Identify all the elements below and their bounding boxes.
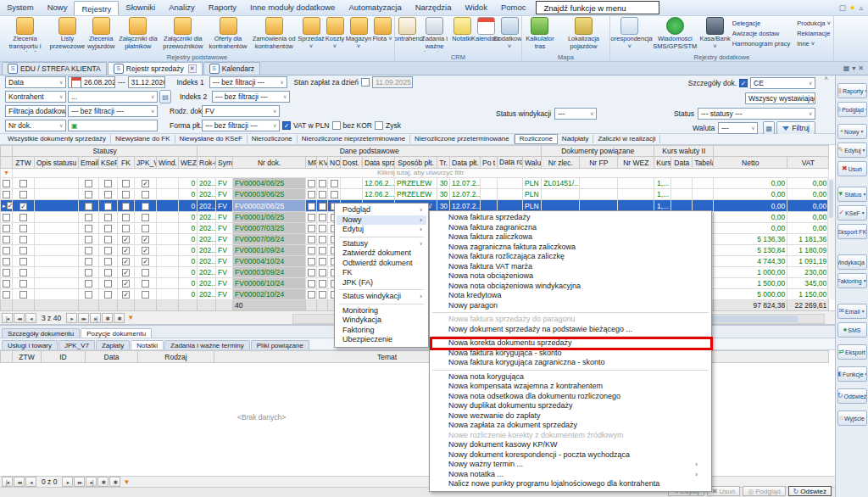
ribbon-item-załączniki-dla-przewoźników[interactable]: Załączniki dla przewoźników xyxy=(159,16,208,52)
column-chooser-button[interactable]: ▦ xyxy=(763,121,775,135)
menu-tab-automatyzacja[interactable]: Automatyzacja xyxy=(342,0,408,15)
column-header-fk[interactable]: FK xyxy=(118,157,135,169)
ribbon-item-zlecenia-wyjazdów[interactable]: Zlecenia wyjazdów xyxy=(85,16,118,52)
column-header-nr-fp[interactable]: Nr FP xyxy=(580,157,618,169)
column-header-ztw[interactable]: ZTW xyxy=(13,351,42,363)
jpk-checkbox[interactable] xyxy=(142,247,149,254)
jpk-checkbox[interactable] xyxy=(142,236,149,243)
column-header-data-płt[interactable]: Data płt. xyxy=(450,157,481,169)
column-header-vat[interactable]: VAT xyxy=(787,157,829,169)
email-checkbox[interactable] xyxy=(85,180,92,187)
menu-item-edytuj[interactable]: Edytuj› xyxy=(337,225,426,235)
prev-button[interactable]: ◂ xyxy=(25,313,36,323)
mf-checkbox[interactable] xyxy=(308,225,315,232)
collapse-ribbon-icon[interactable]: ▵ xyxy=(859,4,863,12)
column-header-data-roz[interactable]: Data roz ▴ xyxy=(498,157,523,169)
menu-item-nowa-korekta-dokumentu-sprzedaży[interactable]: Nowa korekta dokumentu sprzedaży xyxy=(430,338,711,349)
menu-tab-inne-moduły-dodatkowe[interactable]: Inne moduły dodatkowe xyxy=(243,0,342,15)
filter-tab-niewysłane-do-ksef[interactable]: Niewysłane do KSeF xyxy=(175,135,248,143)
ribbon-item-reklamacje[interactable]: Reklamacje xyxy=(797,29,831,39)
mf-checkbox[interactable] xyxy=(308,203,315,210)
menu-tab-raporty[interactable]: Raporty xyxy=(202,0,243,15)
search-menu-input[interactable]: Znajdź funkcje w menu xyxy=(536,1,659,14)
edit-record-button[interactable]: ✱ xyxy=(102,313,113,323)
filter-tab-niewysłane-do-fk[interactable]: Niewysłane do FK xyxy=(111,135,175,143)
filter-field-kontrahent-select[interactable]: Kontrahent˅ xyxy=(5,91,66,103)
row-select-checkbox[interactable] xyxy=(3,214,10,221)
menu-item-nowa-faktura-zaliczkowa[interactable]: Nowa faktura zaliczkowa xyxy=(430,232,711,243)
column-header-nob[interactable]: NOB xyxy=(328,157,341,169)
prev-button[interactable]: ◂ xyxy=(25,477,36,487)
jpk-checkbox[interactable] xyxy=(142,280,149,288)
row-select-checkbox[interactable] xyxy=(7,202,13,209)
fk-checkbox[interactable] xyxy=(122,247,130,254)
menu-item-monitoring[interactable]: Monitoring xyxy=(337,306,426,316)
table-row[interactable]: 0202...FVFV00003/06/2512.06.2...PRZELEW3… xyxy=(1,189,829,200)
filter-tab-rozliczone[interactable]: Rozliczone xyxy=(515,134,558,144)
sidebar-button-windykacja[interactable]: Windykacja▼ xyxy=(837,254,867,270)
filter-tab-nierozliczone-przeterminowane[interactable]: Nierozliczone przeterminowane xyxy=(410,135,515,143)
row-select-checkbox[interactable] xyxy=(3,180,10,187)
email-checkbox[interactable] xyxy=(85,225,92,232)
sidebar-button-funkcje[interactable]: ▣Funkcje▼ xyxy=(837,366,867,382)
ztw-checkbox[interactable] xyxy=(19,258,27,265)
ksef-checkbox[interactable] xyxy=(104,214,112,221)
date-to-input[interactable]: 31.12.2026˅ xyxy=(128,76,165,88)
ribbon-item-flota[interactable]: Flota ˅ xyxy=(370,16,394,52)
column-header-rodzaj[interactable]: Rodzaj xyxy=(138,351,214,363)
email-checkbox[interactable] xyxy=(85,191,92,198)
column-header-wez[interactable]: WEZ xyxy=(179,157,198,169)
kv-checkbox[interactable] xyxy=(319,247,326,254)
detail-subtab-zadania-i-ważne-terminy[interactable]: Zadania i ważne terminy xyxy=(164,340,250,349)
ksef-checkbox[interactable] xyxy=(104,180,112,187)
document-tab-rejestr-sprzedaży[interactable]: SRejestr sprzedaży✕ xyxy=(108,62,203,75)
szczegoly-dok-select[interactable]: CE˅ xyxy=(750,77,815,89)
row-select-checkbox[interactable] xyxy=(3,291,10,299)
menu-tab-analizy[interactable]: Analizy xyxy=(162,0,202,15)
column-header-wind[interactable]: Wind. xyxy=(157,157,179,169)
menu-item-nowy-dokument-sprzedaży-na-podstawie-bieżącego[interactable]: Nowy dokument sprzedaży na podstawie bie… xyxy=(430,325,711,335)
last-page-button[interactable]: ▸| xyxy=(86,477,97,487)
menu-item-nowa-faktura-korygująca-zagraniczna-skonto[interactable]: Nowa faktura korygująca zagraniczna - sk… xyxy=(430,358,711,368)
mf-checkbox[interactable] xyxy=(308,180,315,187)
row-select-checkbox[interactable] xyxy=(3,225,10,232)
stan-zaplat-checkbox[interactable] xyxy=(361,78,370,87)
column-header-netto[interactable]: Netto xyxy=(714,157,787,169)
ribbon-item-załączniki-dla-płatników[interactable]: Załączniki dla płatników xyxy=(118,16,159,52)
detail-tab-pozycje-dokumentu[interactable]: Pozycje dokumentu xyxy=(81,328,152,338)
fk-checkbox[interactable] xyxy=(122,258,130,265)
sidebar-button-sms[interactable]: ●SMS xyxy=(837,322,867,338)
menu-item-nota-kredytowa[interactable]: Nota kredytowa xyxy=(430,291,711,301)
menu-item-status-windykacji[interactable]: Status windykacji› xyxy=(337,292,426,302)
menu-item-nowy-dokument-kasowy-kp-kw[interactable]: Nowy dokument kasowy KP/KW xyxy=(430,440,711,450)
ribbon-item-kontrahenci[interactable]: Kontrahenci xyxy=(395,16,419,52)
menu-item-nowa-faktura-vat-marża[interactable]: Nowa faktura VAT marża xyxy=(430,262,711,272)
detail-subtab-notatki[interactable]: Notatki xyxy=(131,340,164,349)
fk-checkbox[interactable] xyxy=(122,225,130,232)
jpk-checkbox[interactable] xyxy=(142,291,149,299)
ribbon-item-wiadomości-sms-gps-stm[interactable]: Wiadomości SMS/GPS/STM xyxy=(648,16,701,52)
scrollbar-thumb[interactable] xyxy=(829,180,833,218)
email-checkbox[interactable] xyxy=(85,291,92,299)
ztw-checkbox[interactable] xyxy=(19,214,27,221)
email-checkbox[interactable] xyxy=(85,258,92,265)
vat-w-pln-checkbox[interactable]: ✓ xyxy=(282,121,291,130)
jpk-checkbox[interactable] xyxy=(142,214,149,221)
ksef-checkbox[interactable] xyxy=(104,236,112,243)
menu-tab-słowniki[interactable]: Słowniki xyxy=(119,0,162,15)
menu-item-nowy-dokument-korespondencji-poczta-wychodząca[interactable]: Nowy dokument korespondencji - poczta wy… xyxy=(430,450,711,461)
fast-next-button[interactable]: ▸▸ xyxy=(78,313,89,323)
ribbon-item-delegacje[interactable]: Delegacje xyxy=(732,19,790,29)
column-header-rok-ms[interactable]: Rok-ms xyxy=(198,157,216,169)
filter-tab-zaliczki-w-realizacji[interactable]: Zaliczki w realizacji xyxy=(593,135,660,143)
column-header-sposób-płt[interactable]: Sposób płt. xyxy=(395,157,437,169)
sidebar-button-status[interactable]: ▼Status▼ xyxy=(837,187,867,202)
kv-checkbox[interactable] xyxy=(319,180,326,187)
szczegoly-dok-checkbox[interactable]: ✓ xyxy=(739,79,748,87)
jpk-checkbox[interactable] xyxy=(142,269,149,276)
row-select-checkbox[interactable] xyxy=(3,236,10,243)
menu-item-nowa-faktura-korygująca-skonto[interactable]: Nowa faktura korygująca - skonto xyxy=(430,349,711,359)
jpk-checkbox[interactable] xyxy=(142,225,149,232)
row-select-checkbox[interactable] xyxy=(3,280,10,288)
next-button[interactable]: ▸ xyxy=(66,313,77,323)
